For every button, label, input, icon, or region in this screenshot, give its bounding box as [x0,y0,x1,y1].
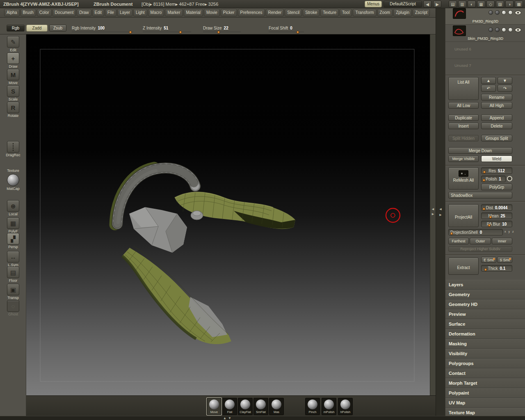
projection-shell-slider[interactable]: ProjectionShell0 [448,229,503,235]
tool-edit-button[interactable]: ✎ Edit [0,36,26,52]
default-zscript-button[interactable]: DefaultZScript [383,1,422,7]
subtool-item-unused-6[interactable]: Unused 6 [445,42,525,59]
material-dot-icon[interactable] [488,27,493,32]
section-contact[interactable]: Contact [445,368,525,378]
tool-texture-button[interactable]: Texture [0,168,26,173]
menu-item-material[interactable]: Material [184,9,203,16]
menu-item-light[interactable]: Light [133,9,147,16]
zadd-button[interactable]: Zadd [26,25,48,32]
menu-item-draw[interactable]: Draw [77,9,91,16]
rename-button[interactable]: Rename [481,94,512,100]
section-polygroups[interactable]: Polygroups [445,358,525,368]
canvas-right-scroll-strip[interactable]: ◀ ▶ [430,34,436,395]
texture-icon[interactable]: ◇ [486,1,495,7]
duplicate-button[interactable]: Duplicate [448,114,479,121]
model-3d[interactable] [26,34,430,395]
texture-dot-icon[interactable] [502,10,506,15]
section-geometry[interactable]: Geometry [445,290,525,299]
s-smt-button[interactable]: S Smt [497,257,512,263]
document-copy-icon[interactable]: ▥ [458,1,466,7]
polish-mode-toggle[interactable] [507,176,512,181]
draw-size-slider[interactable]: Draw Size22 [203,24,241,33]
texture-dot-icon[interactable] [508,27,513,32]
tool-scale-button[interactable]: S Scale [0,85,26,101]
visibility-eye-icon[interactable] [515,11,521,15]
section-polypaint[interactable]: Polypaint [445,388,525,398]
axis-labels[interactable]: x y z [504,230,514,233]
brush-clayflat-thumbnail[interactable]: ClayFlat [238,398,253,415]
section-deformation[interactable]: Deformation [445,329,525,339]
brush-flat-thumbnail[interactable]: Flat [222,398,237,415]
thick-slider[interactable]: Thick0.1 [481,265,512,272]
section-geometry-hd[interactable]: Geometry HD [445,299,525,309]
extract-button[interactable]: Extract [448,258,479,275]
menu-item-zscript[interactable]: Zscript [413,9,430,16]
section-preview[interactable]: Preview [445,309,525,319]
texture-dot-icon[interactable] [502,27,506,32]
insert-button[interactable]: Insert [448,123,479,129]
alpha-icon[interactable]: ▨ [496,1,504,7]
menu-item-zplugin[interactable]: Zplugin [393,9,412,16]
subtool-down-button[interactable]: ▼ [498,77,512,84]
divider-right-arrow-icon[interactable]: ▶ [430,212,436,216]
tool-transp-button[interactable]: ▣ Transp [0,284,26,300]
subtool-move-down-icon[interactable]: ↷ [498,85,512,92]
menu-item-edit[interactable]: Edit [92,9,104,16]
tool-floor-button[interactable]: ▤ Floor [0,267,26,283]
list-all-button[interactable]: List All [448,77,479,100]
subtool-thumbnail[interactable] [453,25,466,36]
projectall-button[interactable]: ProjectAll [448,204,479,227]
menu-item-brush[interactable]: Brush [21,9,36,16]
tool-polyframe-button[interactable]: ▦ PolyF [0,217,26,233]
pattern-icon[interactable]: ▩ [515,1,523,7]
rgb-intensity-slider[interactable]: Rgb Intensity100 [72,24,133,33]
brush-mpolish-thumbnail[interactable]: mPolish [322,398,336,415]
weld-button[interactable]: Weld [481,155,512,162]
grid-icon[interactable]: ▦ [477,1,485,7]
append-button[interactable]: Append [481,114,512,121]
menu-item-stencil[interactable]: Stencil [285,9,302,16]
document-icon[interactable]: ▤ [449,1,457,7]
right-tray-divider[interactable]: ◀ ▶ [436,8,445,420]
material-dot-icon[interactable] [495,27,500,32]
section-layers[interactable]: Layers [445,280,525,290]
mean-slider[interactable]: Mean25 [481,212,512,219]
groups-split-button[interactable]: Groups Split [481,135,512,142]
menu-item-render[interactable]: Render [266,9,284,16]
pa-blur-slider[interactable]: PA Blur10 [481,221,512,227]
material-dot-icon[interactable] [488,10,493,15]
section-visibility[interactable]: Visibility [445,349,525,358]
delete-button[interactable]: Delete [481,123,512,129]
bottom-scroll-strip[interactable]: ▲ ▼ [0,416,525,420]
farthest-button[interactable]: Farthest [448,238,469,244]
polygrp-button[interactable]: PolyGrp [481,184,512,190]
split-hidden-button[interactable]: Split Hidden [448,135,479,142]
rgb-button[interactable]: Rgb [7,25,25,32]
merge-down-button[interactable]: Merge Down [448,147,512,154]
tool-lsym-button[interactable]: ↔ L.Sym [0,251,26,267]
all-low-button[interactable]: All Low [448,102,479,109]
remesh-all-button[interactable]: ReMesh All [448,167,479,189]
zsub-button[interactable]: Zsub [49,25,66,32]
subtool-move-up-icon[interactable]: ↶ [481,85,496,92]
menu-item-movie[interactable]: Movie [204,9,220,16]
document-canvas[interactable] [26,34,430,395]
focal-shift-slider[interactable]: Focal Shift0 [269,24,304,33]
menu-item-file[interactable]: File [105,9,116,16]
section-masking[interactable]: Masking [445,339,525,349]
tool-rotate-button[interactable]: R Rotate [0,102,26,118]
scroll-tray-right-icon[interactable]: ▶ [433,1,441,7]
brush-hpolish-thumbnail[interactable]: hPolish [338,398,353,415]
subtool-item-skin-pm3d-ring3d[interactable]: Skin_PM3D_Ring3D [445,25,525,42]
section-uv-map[interactable]: UV Map [445,398,525,408]
brush-move-thumbnail[interactable]: Move [207,398,221,415]
tool-matcap-button[interactable]: MatCap [0,174,26,191]
menu-item-alpha[interactable]: Alpha [4,9,20,16]
reproject-higher-subdiv-button[interactable]: Reproject Higher Subdiv [448,246,512,252]
tool-local-button[interactable]: ⊕ Local [0,200,26,216]
e-smt-button[interactable]: E Smt [481,257,496,263]
menus-button[interactable]: Menus [365,1,382,7]
subtool-item-unused-7[interactable]: Unused 7 [445,58,525,75]
all-high-button[interactable]: All High [481,102,512,109]
brush-smflat-thumbnail[interactable]: SmFlat [253,398,268,415]
